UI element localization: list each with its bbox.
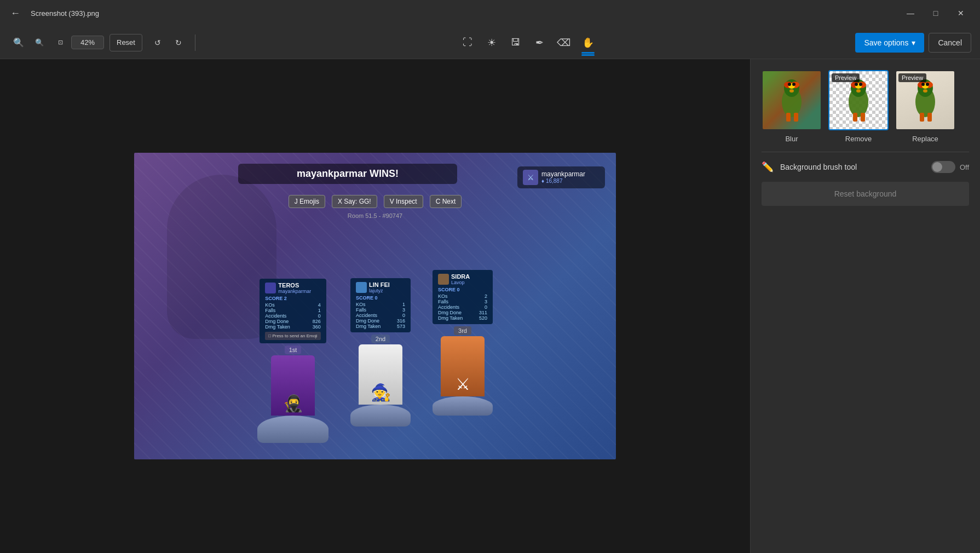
svg-point-6 <box>792 83 795 86</box>
svg-point-27 <box>923 89 927 93</box>
window-controls: — □ ✕ <box>898 4 973 22</box>
zoom-in-button[interactable]: 🔍 <box>9 33 28 53</box>
rank-badge-2: 2nd <box>371 335 390 343</box>
right-panel: Blur Preview <box>750 59 980 553</box>
svg-point-26 <box>926 83 929 86</box>
undo-button[interactable]: ↺ <box>148 33 168 53</box>
pedestal-2 <box>350 405 411 427</box>
rank-badge-3: 3rd <box>454 326 471 335</box>
reset-background-button[interactable]: Reset background <box>762 182 969 206</box>
reset-button[interactable]: Reset <box>109 34 142 51</box>
close-button[interactable]: ✕ <box>948 4 973 22</box>
blur-label: Blur <box>785 135 798 143</box>
zoom-in-icon: 🔍 <box>13 37 24 48</box>
main-content: mayankparmar WINS! ⚔ mayankparmar ♦ 16,8… <box>0 59 980 553</box>
main-toolbar: 🔍 🔍 ⊡ 42% Reset ↺ ↻ ⛶ ☀ 🖫 ✒ <box>0 26 980 59</box>
title-bar: ← Screenshot (393).png — □ ✕ <box>0 0 980 26</box>
inspect-btn: V Inspect <box>384 195 423 208</box>
back-button[interactable]: ← <box>7 4 24 22</box>
markup-tool-button[interactable]: 🖫 <box>505 32 527 54</box>
replace-label: Replace <box>912 135 938 143</box>
svg-point-16 <box>859 83 862 86</box>
minimize-button[interactable]: — <box>898 4 923 22</box>
brush-tool-toggle[interactable]: Off <box>931 161 969 173</box>
adjust-icon: ☀ <box>487 37 496 49</box>
remove-label: Remove <box>845 135 872 143</box>
game-win-title: mayankparmar WINS! <box>238 164 457 184</box>
tool-options: ⛶ ☀ 🖫 ✒ ⌫ ✋ <box>202 32 853 54</box>
remove-option[interactable]: Preview <box>828 70 889 143</box>
svg-point-15 <box>855 83 858 86</box>
pedestal-1 <box>257 416 328 443</box>
svg-rect-28 <box>920 113 924 122</box>
brush-tool-label: Background brush tool <box>780 163 925 171</box>
redo-icon: ↻ <box>175 38 182 47</box>
close-icon: ✕ <box>958 9 964 18</box>
history-controls: ↺ ↻ <box>148 33 188 53</box>
toggle-label: Off <box>960 163 969 171</box>
zoom-out-icon: 🔍 <box>35 38 44 47</box>
parrot-replace-svg <box>908 77 943 124</box>
remove-preview-badge: Preview <box>832 73 860 82</box>
replace-preview-badge: Preview <box>898 73 926 82</box>
character-2nd: LIN FEI lajutyz SCORE 0 KOs1 Falls3 Acci… <box>350 278 411 427</box>
image-canvas: mayankparmar WINS! ⚔ mayankparmar ♦ 16,8… <box>134 153 616 459</box>
toolbar-right-actions: Save options ▾ Cancel <box>855 33 971 53</box>
replace-thumb: Preview <box>895 70 955 130</box>
parrot-blur-svg <box>774 77 810 124</box>
effects-icon: ✋ <box>582 37 594 49</box>
characters-area: TEROS mayankparmar SCORE 2 KOs4 Falls1 A… <box>145 221 605 448</box>
say-gg-btn: X Say: GG! <box>332 195 377 208</box>
svg-point-25 <box>921 83 925 86</box>
emojis-btn: J Emojis <box>289 195 325 208</box>
save-options-button[interactable]: Save options ▾ <box>855 33 924 53</box>
background-options: Blur Preview <box>762 70 969 143</box>
replace-option[interactable]: Preview <box>895 70 955 143</box>
char-figure-2: 🧙 <box>359 344 402 405</box>
parrot-remove-svg <box>841 77 877 124</box>
zoom-level: 42% <box>71 36 104 49</box>
svg-point-5 <box>788 83 791 86</box>
svg-rect-29 <box>927 113 932 122</box>
game-ui-overlay: mayankparmar WINS! ⚔ mayankparmar ♦ 16,8… <box>134 153 616 459</box>
chevron-down-icon: ▾ <box>912 38 915 47</box>
pen-tool-button[interactable]: ✒ <box>529 32 551 54</box>
effects-tool-button[interactable]: ✋ <box>577 32 599 54</box>
eraser-tool-button[interactable]: ⌫ <box>553 32 575 54</box>
panel-divider <box>762 152 969 152</box>
user-info-panel: ⚔ mayankparmar ♦ 16,887 <box>517 166 605 188</box>
redo-button[interactable]: ↻ <box>169 33 188 53</box>
minimize-icon: — <box>907 9 914 18</box>
zoom-out-button[interactable]: 🔍 <box>30 33 49 53</box>
brush-tool-row: ✏️ Background brush tool Off <box>762 161 969 173</box>
separator-1 <box>195 34 195 51</box>
canvas-area: mayankparmar WINS! ⚔ mayankparmar ♦ 16,8… <box>0 59 750 553</box>
blur-option[interactable]: Blur <box>762 70 822 143</box>
char-figure-3: ⚔ <box>441 336 485 396</box>
blur-thumb <box>762 70 822 130</box>
cancel-button[interactable]: Cancel <box>929 33 971 53</box>
svg-point-7 <box>789 89 794 93</box>
character-1st: TEROS mayankparmar SCORE 2 KOs4 Falls1 A… <box>257 279 328 443</box>
toggle-thumb <box>932 162 942 172</box>
crop-tool-button[interactable]: ⛶ <box>457 32 479 54</box>
remove-thumb: Preview <box>828 70 889 130</box>
crop-icon: ⛶ <box>463 37 472 48</box>
adjust-tool-button[interactable]: ☀ <box>481 32 503 54</box>
brush-icon: ✏️ <box>762 161 774 173</box>
svg-rect-19 <box>861 113 865 122</box>
svg-rect-8 <box>786 113 791 122</box>
char-figure-1: 🥷 <box>271 355 315 416</box>
zoom-controls: 🔍 🔍 ⊡ 42% <box>9 33 104 53</box>
undo-icon: ↺ <box>154 38 161 47</box>
svg-point-17 <box>856 89 861 93</box>
maximize-button[interactable]: □ <box>923 4 948 22</box>
toggle-track[interactable] <box>931 161 955 173</box>
back-icon: ← <box>10 8 20 19</box>
pedestal-3 <box>433 396 493 416</box>
fit-button[interactable]: ⊡ <box>50 33 70 53</box>
next-btn: C Next <box>430 195 462 208</box>
window-title: Screenshot (393).png <box>31 9 99 18</box>
maximize-icon: □ <box>933 9 938 18</box>
markup-icon: 🖫 <box>511 37 521 48</box>
